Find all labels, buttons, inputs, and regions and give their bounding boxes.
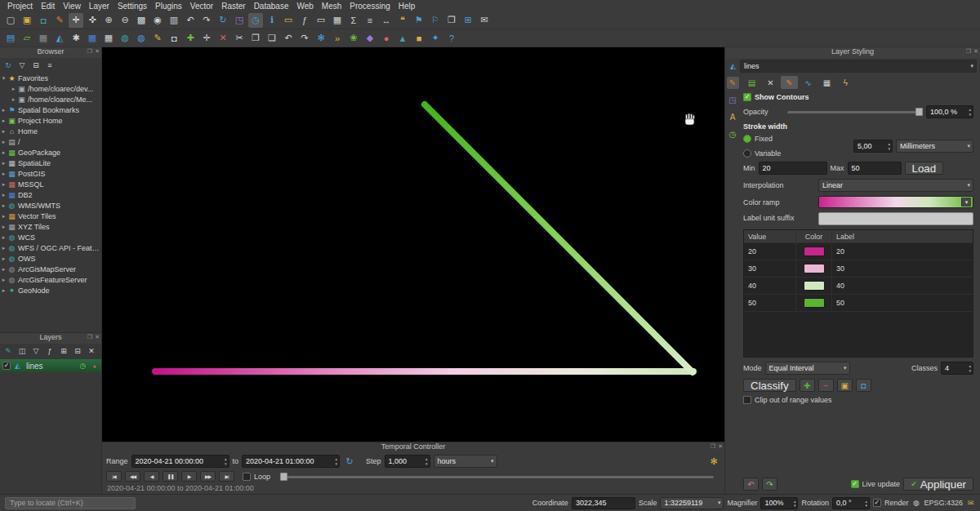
zoom-to-selection-icon[interactable]: ◉ bbox=[150, 13, 165, 28]
magnifier-input[interactable]: 100% bbox=[760, 497, 798, 509]
remove-value-button[interactable]: − bbox=[818, 379, 834, 392]
filter-legend-icon[interactable]: ▽ bbox=[30, 345, 42, 357]
expander-icon[interactable]: ▸ bbox=[0, 181, 7, 188]
close-panel-icon[interactable]: ✕ bbox=[95, 334, 100, 340]
data-source-manager-icon[interactable]: ⊞ bbox=[461, 13, 475, 28]
remove-layer-icon[interactable]: ✕ bbox=[86, 345, 97, 357]
cut-features-icon[interactable]: ✂ bbox=[232, 31, 247, 46]
crs-badge[interactable]: EPSG:4326 bbox=[924, 499, 963, 507]
zoom-in-icon[interactable]: ⊕ bbox=[101, 13, 116, 28]
expander-icon[interactable]: ▸ bbox=[0, 160, 7, 167]
value-cell[interactable]: 40 bbox=[744, 278, 796, 294]
classes-input[interactable]: 4 bbox=[941, 362, 973, 375]
expander-icon[interactable]: ▸ bbox=[0, 139, 7, 145]
float-panel-icon[interactable]: ❐ bbox=[87, 48, 92, 55]
expand-all-icon[interactable]: ⊞ bbox=[58, 345, 69, 357]
new-3d-map-icon[interactable]: ◳ bbox=[232, 13, 247, 28]
contours-tab[interactable]: ✎ bbox=[781, 76, 798, 89]
step-forward-button[interactable]: ▶▶ bbox=[200, 471, 216, 482]
clip-out-of-range-checkbox[interactable] bbox=[743, 396, 751, 404]
history-tab[interactable]: ◷ bbox=[727, 128, 739, 140]
menu-project[interactable]: Project bbox=[3, 2, 37, 11]
menu-edit[interactable]: Edit bbox=[37, 2, 59, 11]
measure-icon[interactable]: ↔ bbox=[379, 13, 394, 28]
expander-icon[interactable]: ▸ bbox=[10, 96, 17, 103]
processing-toolbox-icon[interactable]: ✻ bbox=[314, 31, 328, 46]
temporal-controller-icon[interactable]: ◷ bbox=[248, 13, 263, 28]
scale-combo[interactable]: 1:32259119 bbox=[660, 497, 724, 509]
label-cell[interactable]: 20 bbox=[832, 243, 973, 260]
loop-checkbox[interactable] bbox=[243, 473, 251, 481]
open-attribute-table-icon[interactable]: ▦ bbox=[330, 13, 345, 28]
opacity-slider[interactable] bbox=[787, 107, 923, 117]
browser-item-arcgis-map[interactable]: ▸ ◍ ArcGisMapServer bbox=[0, 264, 101, 274]
style-manager-icon[interactable]: ✎ bbox=[52, 13, 67, 28]
classify-button[interactable]: Classify bbox=[743, 379, 796, 392]
datasets-tab[interactable]: ▤ bbox=[743, 76, 760, 89]
refresh-range-icon[interactable]: ↻ bbox=[344, 455, 355, 467]
label-unit-suffix-input[interactable] bbox=[818, 212, 973, 225]
symbology-tab[interactable]: ✎ bbox=[727, 77, 739, 89]
load-button[interactable]: Load bbox=[905, 162, 944, 175]
float-panel-icon[interactable]: ❐ bbox=[710, 443, 715, 450]
menu-help[interactable]: Help bbox=[394, 2, 420, 11]
menu-processing[interactable]: Processing bbox=[345, 2, 394, 11]
delete-selected-icon[interactable]: ✕ bbox=[216, 31, 230, 46]
menu-web[interactable]: Web bbox=[292, 2, 317, 11]
filter-browser-icon[interactable]: ▽ bbox=[16, 60, 28, 71]
add-vector-layer-icon[interactable]: ▱ bbox=[20, 31, 34, 46]
redo-style-button[interactable]: ↷ bbox=[762, 478, 777, 491]
step-unit-combo[interactable]: hours bbox=[434, 455, 497, 468]
map-canvas[interactable] bbox=[102, 47, 724, 442]
refresh-map-icon[interactable]: ↻ bbox=[216, 13, 230, 28]
browser-item-geonode[interactable]: ▸ ✦ GeoNode bbox=[0, 285, 101, 295]
expander-icon[interactable]: ▸ bbox=[0, 234, 7, 241]
expander-icon[interactable]: ▸ bbox=[0, 202, 7, 209]
zoom-last-icon[interactable]: ↶ bbox=[183, 13, 198, 28]
expander-icon[interactable]: ▸ bbox=[0, 118, 7, 124]
expander-icon[interactable]: ▸ bbox=[0, 149, 7, 156]
interpolation-combo[interactable]: Linear bbox=[818, 179, 973, 192]
undo-style-button[interactable]: ↶ bbox=[743, 478, 759, 491]
toggle-editing-icon[interactable]: ✎ bbox=[150, 31, 165, 46]
expander-icon[interactable]: ▸ bbox=[0, 287, 7, 294]
layer-visibility-checkbox[interactable] bbox=[2, 362, 11, 370]
expander-icon[interactable]: ▸ bbox=[0, 245, 7, 251]
plugin-icon[interactable]: ✦ bbox=[428, 31, 443, 46]
browser-item-spatialite[interactable]: ▸ ▦ SpatiaLite bbox=[0, 158, 101, 168]
browser-item-arcgis-feature[interactable]: ▸ ◍ ArcGisFeatureServer bbox=[0, 274, 101, 285]
label-cell[interactable]: 50 bbox=[832, 295, 973, 311]
table-row[interactable]: 30 30 bbox=[744, 260, 973, 278]
pause-button[interactable]: ❚❚ bbox=[163, 471, 178, 482]
plugin-icon[interactable]: ■ bbox=[412, 31, 426, 46]
add-value-button[interactable]: ✚ bbox=[800, 379, 815, 392]
identify-features-icon[interactable]: ℹ bbox=[265, 13, 279, 28]
menu-vector[interactable]: Vector bbox=[186, 2, 217, 11]
browser-item-spatial-bookmarks[interactable]: ▸ ⚑ Spatial Bookmarks bbox=[0, 104, 101, 115]
map-tips-icon[interactable]: ❝ bbox=[395, 13, 410, 28]
messages-icon[interactable]: ✉ bbox=[477, 13, 492, 28]
opacity-slider-handle[interactable] bbox=[915, 108, 923, 116]
stroke-width-input[interactable]: 5,00 bbox=[853, 140, 893, 153]
browser-item-xyz-tiles[interactable]: ▸ ▦ XYZ Tiles bbox=[0, 221, 101, 232]
stroke-width-unit-combo[interactable]: Millimeters bbox=[896, 140, 973, 153]
browser-item-db2[interactable]: ▸ ▦ DB2 bbox=[0, 189, 101, 200]
manage-map-themes-icon[interactable]: ◫ bbox=[16, 345, 28, 357]
menu-layer[interactable]: Layer bbox=[85, 2, 114, 11]
browser-item-folder-me[interactable]: ▸ ▣ /home/cloarec/Me... bbox=[0, 94, 101, 104]
plugin-icon[interactable]: ◆ bbox=[363, 31, 377, 46]
browser-item-vector-tiles[interactable]: ▸ ▦ Vector Tiles bbox=[0, 211, 101, 221]
add-feature-icon[interactable]: ✚ bbox=[183, 31, 198, 46]
averaging-tab[interactable]: ϟ bbox=[837, 76, 854, 89]
browser-item-ows[interactable]: ▸ ◍ OWS bbox=[0, 253, 101, 264]
python-console-icon[interactable]: » bbox=[330, 31, 345, 46]
menu-raster[interactable]: Raster bbox=[217, 2, 249, 11]
expander-icon[interactable]: ▾ bbox=[0, 75, 7, 82]
zoom-next-icon[interactable]: ↷ bbox=[199, 13, 214, 28]
rotation-input[interactable]: 0,0 ° bbox=[832, 497, 870, 509]
range-end-input[interactable]: 2020-04-21 01:00:00 bbox=[242, 455, 340, 468]
skip-to-end-button[interactable]: ▶| bbox=[219, 471, 234, 482]
browser-item-folder-dev[interactable]: ▸ ▣ /home/cloarec/dev... bbox=[0, 83, 101, 94]
browser-item-mssql[interactable]: ▸ ▦ MSSQL bbox=[0, 179, 101, 189]
label-cell[interactable]: 30 bbox=[832, 260, 973, 277]
